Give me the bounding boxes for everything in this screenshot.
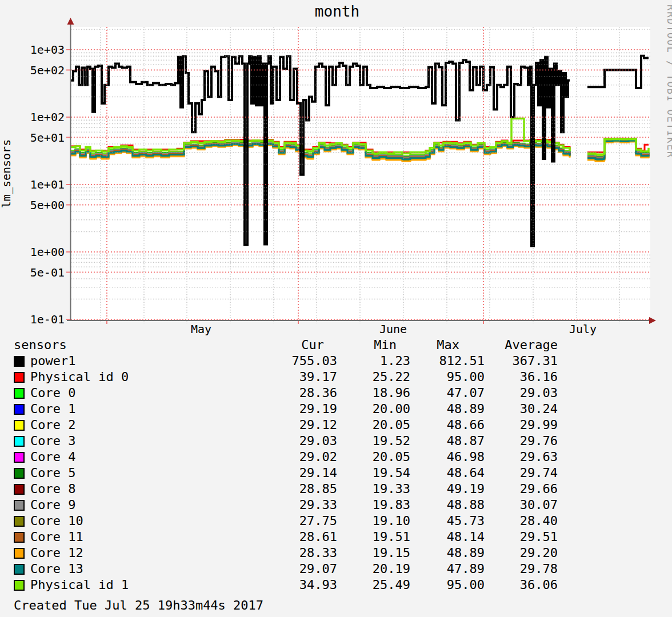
legend-value-min: 18.96 [330, 385, 410, 401]
x-axis-arrow-icon [649, 317, 656, 324]
legend-value-max: 45.73 [405, 513, 485, 529]
legend-value-cur: 755.03 [257, 353, 337, 369]
legend-value-cur: 34.93 [257, 577, 337, 593]
legend-value-cur: 27.75 [257, 513, 337, 529]
legend-series-name: Core 13 [30, 561, 83, 577]
legend-series: Core 4 [14, 449, 75, 465]
column-header-average: Average [474, 337, 558, 353]
legend-value-avg: 29.78 [478, 561, 558, 577]
legend-series: Core 11 [14, 529, 83, 545]
legend-row: Core 929.3319.8348.8830.07 [0, 497, 672, 513]
created-timestamp: Created Tue Jul 25 19h33m44s 2017 [14, 598, 263, 614]
legend-value-cur: 28.61 [257, 529, 337, 545]
legend-series: Core 1 [14, 401, 75, 417]
legend-value-cur: 29.14 [257, 465, 337, 481]
legend-series: Core 12 [14, 545, 83, 561]
legend-series: Core 13 [14, 561, 83, 577]
legend-value-max: 48.89 [405, 401, 485, 417]
legend-series-name: Core 1 [30, 401, 75, 417]
legend-value-avg: 29.76 [478, 433, 558, 449]
legend-value-cur: 39.17 [257, 369, 337, 385]
legend-row: Core 828.8519.3349.1929.66 [0, 481, 672, 497]
legend-value-min: 25.22 [330, 369, 410, 385]
legend-series: Core 0 [14, 385, 75, 401]
legend-series: Core 5 [14, 465, 75, 481]
legend-value-avg: 29.66 [478, 481, 558, 497]
legend-series: Core 3 [14, 433, 75, 449]
legend-series: Core 9 [14, 497, 75, 513]
legend-value-min: 19.54 [330, 465, 410, 481]
legend-value-min: 20.05 [330, 449, 410, 465]
legend-value-min: 20.05 [330, 417, 410, 433]
legend-rows: power1755.031.23812.51367.31Physical id … [0, 353, 672, 593]
legend-value-max: 812.51 [405, 353, 485, 369]
legend-value-avg: 29.74 [478, 465, 558, 481]
legend-series-name: Core 10 [30, 513, 83, 529]
legend-swatch [14, 436, 25, 447]
legend-swatch [14, 404, 25, 415]
legend-series-name: Core 9 [30, 497, 75, 513]
legend-value-cur: 29.19 [257, 401, 337, 417]
legend-swatch [14, 420, 25, 431]
y-tick-label: 1e+03 [30, 43, 65, 57]
legend-series-name: Core 8 [30, 481, 75, 497]
y-axis-arrow-icon [67, 18, 74, 25]
sensors-log-chart: 1e+035e+021e+025e+011e+015e+001e+005e-01… [0, 0, 672, 336]
legend-value-avg: 29.63 [478, 449, 558, 465]
legend-value-cur: 29.02 [257, 449, 337, 465]
legend-swatch [14, 468, 25, 479]
rrdtool-watermark: RRDTOOL / TOBI OETIKER [665, 5, 672, 158]
legend-value-cur: 29.33 [257, 497, 337, 513]
y-tick-label: 5e-01 [30, 266, 65, 279]
legend-row: Core 129.1920.0048.8930.24 [0, 401, 672, 417]
legend-value-max: 95.00 [405, 369, 485, 385]
legend-value-avg: 29.20 [478, 545, 558, 561]
legend-swatch [14, 548, 25, 559]
legend-value-avg: 29.03 [478, 385, 558, 401]
x-tick-label-may: May [191, 322, 211, 336]
legend-series: Core 2 [14, 417, 75, 433]
legend-row: Core 529.1419.5448.6429.74 [0, 465, 672, 481]
chart-title: month [315, 3, 359, 20]
legend-value-min: 19.15 [330, 545, 410, 561]
legend-swatch [14, 580, 25, 591]
legend-value-min: 1.23 [330, 353, 410, 369]
legend-value-avg: 28.40 [478, 513, 558, 529]
legend-value-max: 95.00 [405, 577, 485, 593]
legend-row: Core 1228.3319.1548.8929.20 [0, 545, 672, 561]
legend-series-name: Core 5 [30, 465, 75, 481]
legend-value-max: 48.89 [405, 545, 485, 561]
legend-swatch [14, 500, 25, 511]
legend-value-min: 19.52 [330, 433, 410, 449]
legend-value-min: 25.49 [330, 577, 410, 593]
legend-value-avg: 30.24 [478, 401, 558, 417]
legend-value-max: 48.64 [405, 465, 485, 481]
legend-row: Core 1128.6119.5148.1429.51 [0, 529, 672, 545]
legend-swatch [14, 452, 25, 463]
legend-value-max: 48.66 [405, 417, 485, 433]
legend-row: Core 1027.7519.1045.7328.40 [0, 513, 672, 529]
legend-value-min: 20.19 [330, 561, 410, 577]
legend-series-name: Physical id 1 [30, 577, 129, 593]
legend-table: sensors Cur Min Max Average power1755.03… [0, 337, 672, 593]
legend-series-name: Core 4 [30, 449, 75, 465]
y-tick-label: 1e+01 [30, 178, 65, 191]
legend-row: Physical id 134.9325.4995.0036.06 [0, 577, 672, 593]
legend-row: Physical id 039.1725.2295.0036.16 [0, 369, 672, 385]
rrdtool-graph-page: { "title": "month", "watermark": "RRDTOO… [0, 0, 672, 617]
legend-series: Physical id 1 [14, 577, 129, 593]
legend-series-name: Core 2 [30, 417, 75, 433]
chart-area: 1e+035e+021e+025e+011e+015e+001e+005e-01… [0, 0, 672, 336]
y-tick-label: 5e+00 [30, 198, 65, 212]
legend-series: Physical id 0 [14, 369, 129, 385]
x-tick-label-june: June [379, 322, 407, 336]
legend-value-cur: 28.36 [257, 385, 337, 401]
y-axis-title: lm_sensors [0, 139, 13, 208]
legend-swatch [14, 516, 25, 527]
legend-value-max: 47.07 [405, 385, 485, 401]
legend-value-avg: 367.31 [478, 353, 558, 369]
legend-row: Core 229.1220.0548.6629.99 [0, 417, 672, 433]
legend-value-avg: 36.06 [478, 577, 558, 593]
x-tick-label-july: July [569, 322, 597, 336]
legend-value-max: 49.19 [405, 481, 485, 497]
